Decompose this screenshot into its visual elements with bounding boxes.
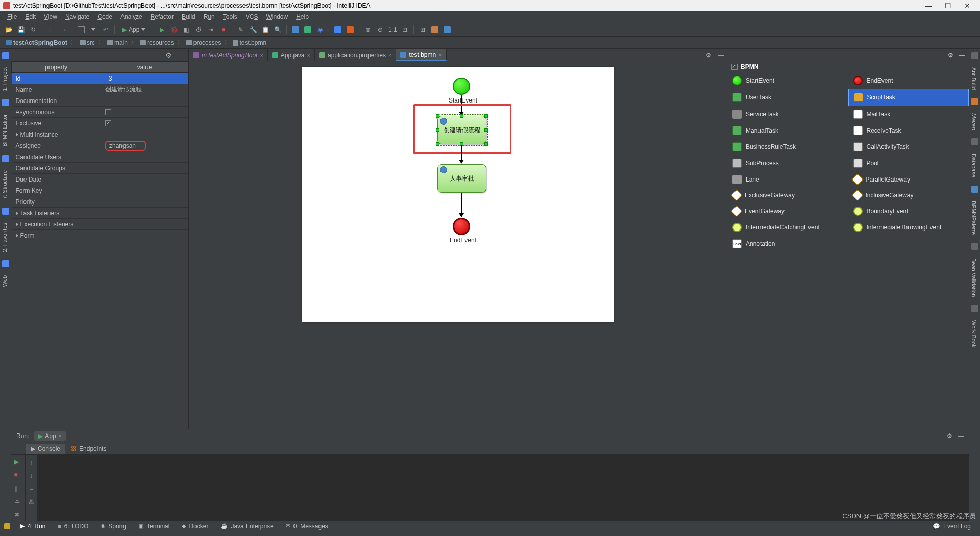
palette-servicetask[interactable]: ServiceTask: [727, 106, 848, 122]
breadcrumb-test.bpmn[interactable]: test.bpmn: [231, 39, 268, 46]
prop-row-task-listeners[interactable]: Task Listeners: [12, 208, 188, 219]
breadcrumb-main[interactable]: main: [105, 39, 130, 46]
debug-button[interactable]: 🐞: [168, 24, 180, 35]
palette-icon[interactable]: [971, 186, 978, 193]
menu-file[interactable]: File: [3, 13, 21, 20]
close-icon[interactable]: ×: [388, 52, 391, 58]
tab-props[interactable]: application.properties×: [315, 49, 397, 61]
run-tab-app[interactable]: ▶ App ×: [34, 431, 65, 441]
palette-intermediatethrowingevent[interactable]: IntermediateThrowingEvent: [848, 219, 969, 236]
arrow-down-icon[interactable]: [88, 24, 99, 35]
ext1-icon[interactable]: [332, 24, 344, 35]
menu-refactor[interactable]: Refactor: [146, 13, 178, 20]
menu-code[interactable]: Code: [93, 13, 116, 20]
stripe-palette[interactable]: BPMNPalette: [969, 196, 978, 240]
stripe-bean[interactable]: Bean Validation: [969, 253, 978, 302]
zoom-out-icon[interactable]: ⊖: [375, 24, 386, 35]
bpmn-editor-icon[interactable]: [2, 99, 9, 106]
pause-button[interactable]: ‖: [14, 484, 22, 493]
palette-mailtask[interactable]: MailTask: [848, 106, 969, 122]
breadcrumb-resources[interactable]: resources: [138, 39, 176, 46]
back-icon[interactable]: ←: [45, 24, 57, 35]
coverage-button[interactable]: ◧: [181, 24, 192, 35]
forward-icon[interactable]: →: [58, 24, 69, 35]
bpmn-canvas[interactable]: StartEvent 创建请假流程 人事审批: [302, 67, 614, 322]
zoom-ratio[interactable]: 1:1: [387, 24, 398, 35]
start-event-node[interactable]: [453, 78, 470, 95]
prop-row-due-date[interactable]: Due Date: [12, 174, 188, 185]
prop-row-form-key[interactable]: Form Key: [12, 185, 188, 196]
down-icon[interactable]: ↓: [30, 472, 33, 479]
user-task-create[interactable]: 创建请假流程: [437, 116, 486, 144]
tab-app[interactable]: App.java×: [268, 49, 315, 61]
zoom-in-icon[interactable]: ⊕: [362, 24, 374, 35]
bottom-tab-spring[interactable]: ❀Spring: [94, 523, 132, 530]
run-subtab-console[interactable]: ▶Console: [26, 444, 65, 454]
prop-row-form[interactable]: Form: [12, 230, 188, 241]
stop-button[interactable]: ■: [217, 24, 229, 35]
palette-intermediatecatchingevent[interactable]: IntermediateCatchingEvent: [727, 219, 848, 236]
console-output[interactable]: [38, 455, 969, 521]
bottom-tab-6-todo[interactable]: ≡6: TODO: [52, 523, 94, 530]
layout1-icon[interactable]: ⊞: [417, 24, 428, 35]
menu-help[interactable]: Help: [292, 13, 313, 20]
flow-arrow[interactable]: [461, 193, 462, 217]
fit-icon[interactable]: ⊡: [399, 24, 410, 35]
close-icon[interactable]: ×: [307, 52, 310, 58]
prop-row-candidate-groups[interactable]: Candidate Groups: [12, 163, 188, 174]
end-event-node[interactable]: [453, 218, 470, 235]
bottom-tab-docker[interactable]: ◆Docker: [176, 523, 214, 530]
menu-navigate[interactable]: Navigate: [61, 13, 93, 20]
checkbox[interactable]: [105, 109, 111, 115]
grid3-icon[interactable]: ◉: [314, 24, 326, 35]
palette-boundaryevent[interactable]: BoundaryEvent: [848, 203, 969, 219]
event-log-button[interactable]: 💬Event Log: [927, 523, 976, 530]
layout2-icon[interactable]: [429, 24, 440, 35]
bottom-tab-0-messages[interactable]: ✉0: Messages: [280, 523, 334, 530]
user-task-approve[interactable]: 人事审批: [437, 164, 486, 193]
minimize-button[interactable]: —: [919, 2, 938, 10]
menu-edit[interactable]: Edit: [21, 13, 40, 20]
minimize-panel-icon[interactable]: —: [177, 51, 184, 59]
close-icon[interactable]: ×: [260, 52, 263, 58]
favorites-icon[interactable]: [2, 208, 9, 215]
stripe-structure[interactable]: 7: Structure: [0, 165, 9, 205]
wand-icon[interactable]: ✎: [235, 24, 247, 35]
grid1-icon[interactable]: [290, 24, 301, 35]
menu-build[interactable]: Build: [178, 13, 200, 20]
up-icon[interactable]: ↑: [30, 459, 33, 466]
tab-bpmn[interactable]: test.bpmn×: [396, 49, 446, 61]
palette-startevent[interactable]: StartEvent: [727, 72, 848, 89]
wrench-icon[interactable]: 🔧: [248, 24, 259, 35]
close-icon[interactable]: ×: [438, 52, 442, 58]
bean-icon[interactable]: [971, 243, 978, 250]
run-config-dropdown[interactable]: ▶ App: [118, 26, 150, 33]
palette-header[interactable]: BPMN: [727, 61, 969, 72]
prop-row-documentation[interactable]: Documentation: [12, 95, 188, 107]
prop-row-multi-instance[interactable]: Multi Instance: [12, 129, 188, 140]
open-icon[interactable]: 📂: [3, 24, 14, 35]
prop-row-id[interactable]: Id_3: [12, 73, 188, 84]
paste-icon[interactable]: 📋: [260, 24, 271, 35]
save-icon[interactable]: 💾: [15, 24, 27, 35]
maximize-button[interactable]: ☐: [938, 2, 958, 10]
prop-row-name[interactable]: Name创建请假流程: [12, 84, 188, 95]
gear-icon[interactable]: ⚙: [165, 51, 172, 59]
search-icon[interactable]: 🔍: [272, 24, 283, 35]
exit-button[interactable]: ⏏: [14, 498, 22, 506]
minimize-panel-icon[interactable]: —: [959, 52, 965, 59]
refresh-icon[interactable]: ↻: [28, 24, 39, 35]
palette-lane[interactable]: Lane: [727, 171, 848, 188]
prop-row-candidate-users[interactable]: Candidate Users: [12, 151, 188, 163]
grid2-icon[interactable]: [302, 24, 313, 35]
wrap-icon[interactable]: ⤶: [29, 486, 34, 493]
palette-checkbox[interactable]: [731, 64, 738, 70]
tabs-hide-icon[interactable]: —: [715, 49, 727, 61]
layout3-icon[interactable]: [442, 24, 453, 35]
prop-row-asynchronous[interactable]: Asynchronous: [12, 107, 188, 118]
menu-analyze[interactable]: Analyze: [116, 13, 146, 20]
undo-icon[interactable]: ↶: [100, 24, 111, 35]
menu-run[interactable]: Run: [200, 13, 219, 20]
workbook-icon[interactable]: [971, 305, 978, 312]
palette-callactivitytask[interactable]: CallActivityTask: [848, 139, 969, 155]
